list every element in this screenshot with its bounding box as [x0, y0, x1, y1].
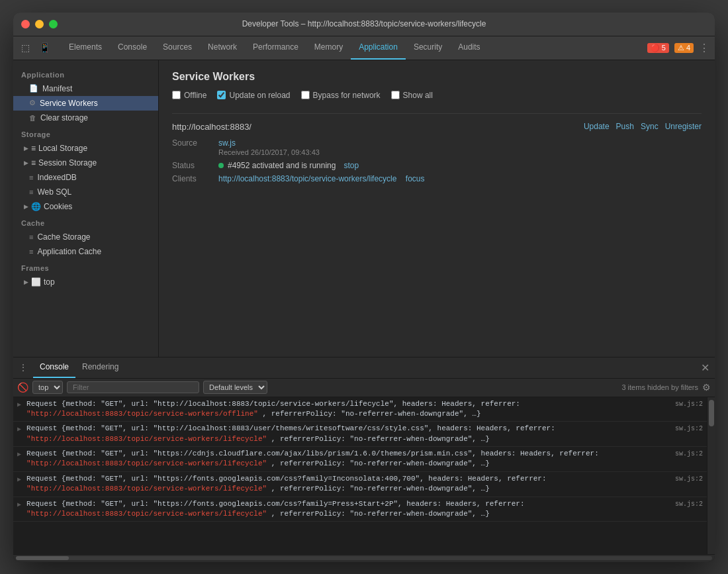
tab-elements[interactable]: Elements [61, 36, 110, 60]
focus-link[interactable]: focus [406, 174, 425, 183]
sw-options: Offline Update on reload Bypass for netw… [172, 91, 702, 100]
tab-console[interactable]: Console [110, 36, 155, 60]
status-label: Status [172, 161, 218, 170]
console-entry: ▶ Request {method: "GET", url: "https://… [13, 497, 707, 522]
console-level-select[interactable]: Default levels [203, 381, 267, 394]
offline-checkbox[interactable] [172, 91, 181, 99]
sync-link[interactable]: Sync [641, 122, 659, 131]
toolbar-icon-group: ⬚ 📱 [19, 41, 53, 54]
console-entry: ▶ Request {method: "GET", url: "http://l… [13, 422, 707, 447]
console-scrollbar[interactable] [707, 397, 715, 554]
sw-source-file-link[interactable]: sw.js [218, 138, 236, 148]
bypass-checkbox[interactable] [301, 91, 310, 99]
sw-entry: http://localhost:8883/ Update Push Sync … [172, 113, 702, 195]
devtools-window: Developer Tools – http://localhost:8883/… [13, 13, 715, 562]
tab-security[interactable]: Security [406, 36, 450, 60]
local-storage-icon: ≡ [31, 144, 36, 153]
sw-entry-header: http://localhost:8883/ Update Push Sync … [172, 122, 702, 132]
status-running: #4952 activated and is running stop [218, 161, 359, 170]
console-entry-source[interactable]: sw.js:2 [675, 401, 703, 420]
sidebar-item-clear-storage[interactable]: 🗑 Clear storage [13, 111, 158, 125]
show-all-checkbox-label[interactable]: Show all [391, 91, 433, 100]
sidebar-item-web-sql[interactable]: ≡ Web SQL [13, 185, 158, 199]
tab-sources[interactable]: Sources [155, 36, 200, 60]
console-filter-input[interactable] [67, 381, 199, 393]
sidebar-section-storage: Storage [13, 125, 158, 141]
update-on-reload-checkbox-label[interactable]: Update on reload [217, 91, 290, 100]
sidebar-item-top-frame[interactable]: ▶ ⬜ top [13, 275, 158, 289]
sw-panel-title: Service Workers [172, 71, 702, 83]
close-console-icon[interactable]: ✕ [701, 361, 709, 374]
bottom-scrollbar-thumb[interactable] [16, 556, 69, 560]
console-entry-source-5[interactable]: sw.js:2 [675, 501, 703, 520]
chevron-right-icon-4: ▶ [24, 279, 28, 285]
console-entry-source-4[interactable]: sw.js:2 [675, 475, 703, 495]
toolbar-right: 🔴 5 ⚠ 4 ⋮ [647, 42, 709, 54]
update-link[interactable]: Update [584, 122, 610, 131]
device-icon[interactable]: 📱 [36, 41, 53, 54]
sidebar-item-service-workers[interactable]: ⚙ Service Workers [13, 96, 158, 111]
console-scrollbar-thumb[interactable] [709, 400, 714, 426]
content-panel: Service Workers Offline Update on reload… [159, 60, 715, 357]
sw-clients-url-link[interactable]: http://localhost:8883/topic/service-work… [218, 174, 396, 183]
sidebar-item-session-storage[interactable]: ▶ ≡ Session Storage [13, 156, 158, 170]
sw-status-row: Status #4952 activated and is running st… [172, 161, 702, 170]
console-menu-icon[interactable]: ⋮ [19, 362, 28, 373]
frame-icon: ⬜ [31, 277, 41, 287]
tab-audits[interactable]: Audits [450, 36, 488, 60]
console-entry-text-2: Request {method: "GET", url: "http://loc… [26, 424, 670, 444]
tab-network[interactable]: Network [200, 36, 245, 60]
console-panel: ⋮ Console Rendering ✕ 🚫 top Default leve… [13, 357, 715, 562]
offline-checkbox-label[interactable]: Offline [172, 91, 206, 100]
sidebar-item-cache-storage[interactable]: ≡ Cache Storage [13, 230, 158, 244]
bypass-checkbox-label[interactable]: Bypass for network [301, 91, 381, 100]
console-tab-rendering[interactable]: Rendering [75, 358, 125, 378]
console-context-select[interactable]: top [32, 381, 63, 394]
dev-panel: Application 📄 Manifest ⚙ Service Workers… [13, 60, 715, 357]
chevron-right-icon-3: ▶ [24, 203, 28, 210]
console-settings-icon[interactable]: ⚙ [702, 382, 711, 393]
close-button[interactable] [21, 20, 30, 28]
update-on-reload-checkbox[interactable] [217, 91, 226, 99]
console-entry-source-3[interactable]: sw.js:2 [675, 450, 703, 469]
sidebar-section-frames: Frames [13, 259, 158, 275]
tab-memory[interactable]: Memory [306, 36, 351, 60]
chevron-right-icon-2: ▶ [24, 160, 28, 166]
status-dot-icon [218, 163, 224, 168]
sw-action-links: Update Push Sync Unregister [584, 122, 702, 131]
stop-link[interactable]: stop [343, 161, 359, 170]
sw-origin-url: http://localhost:8883/ [172, 122, 251, 132]
console-tab-console[interactable]: Console [33, 358, 75, 378]
nav-tabs: Elements Console Sources Network Perform… [61, 36, 488, 60]
console-entry-source-2[interactable]: sw.js:2 [675, 425, 703, 444]
sidebar-section-cache: Cache [13, 214, 158, 230]
titlebar: Developer Tools – http://localhost:8883/… [13, 13, 715, 36]
inspect-icon[interactable]: ⬚ [19, 41, 32, 54]
clear-console-icon[interactable]: 🚫 [17, 382, 28, 393]
sidebar-item-app-cache[interactable]: ≡ Application Cache [13, 244, 158, 259]
unregister-link[interactable]: Unregister [665, 122, 702, 131]
sidebar-item-local-storage[interactable]: ▶ ≡ Local Storage [13, 141, 158, 156]
maximize-button[interactable] [49, 20, 58, 28]
push-link[interactable]: Push [616, 122, 634, 131]
console-entry-text-4: Request {method: "GET", url: "https://fo… [26, 474, 670, 495]
window-title: Developer Tools – http://localhost:8883/… [242, 19, 486, 28]
chevron-right-icon: ▶ [24, 145, 28, 152]
console-output-wrapper: ▶ Request {method: "GET", url: "http://l… [13, 397, 715, 554]
cookies-icon: 🌐 [31, 202, 41, 211]
sw-source-value: sw.js Received 26/10/2017, 09:43:43 [218, 138, 320, 157]
sidebar-item-indexeddb[interactable]: ≡ IndexedDB [13, 170, 158, 185]
sidebar-item-manifest[interactable]: 📄 Manifest [13, 81, 158, 96]
console-tabs-bar: ⋮ Console Rendering ✕ [13, 358, 715, 379]
console-arrow-icon-4: ▶ [17, 475, 21, 495]
console-entry-text-5: Request {method: "GET", url: "https://fo… [26, 499, 670, 520]
sidebar-item-cookies[interactable]: ▶ 🌐 Cookies [13, 199, 158, 214]
tab-application[interactable]: Application [351, 36, 406, 60]
top-toolbar: ⬚ 📱 Elements Console Sources Network Per… [13, 36, 715, 60]
more-options-icon[interactable]: ⋮ [699, 42, 709, 54]
tab-performance[interactable]: Performance [245, 36, 306, 60]
console-toolbar: 🚫 top Default levels 3 items hidden by f… [13, 379, 715, 397]
show-all-checkbox[interactable] [391, 91, 400, 99]
console-arrow-icon-2: ▶ [17, 425, 21, 444]
minimize-button[interactable] [35, 20, 44, 28]
